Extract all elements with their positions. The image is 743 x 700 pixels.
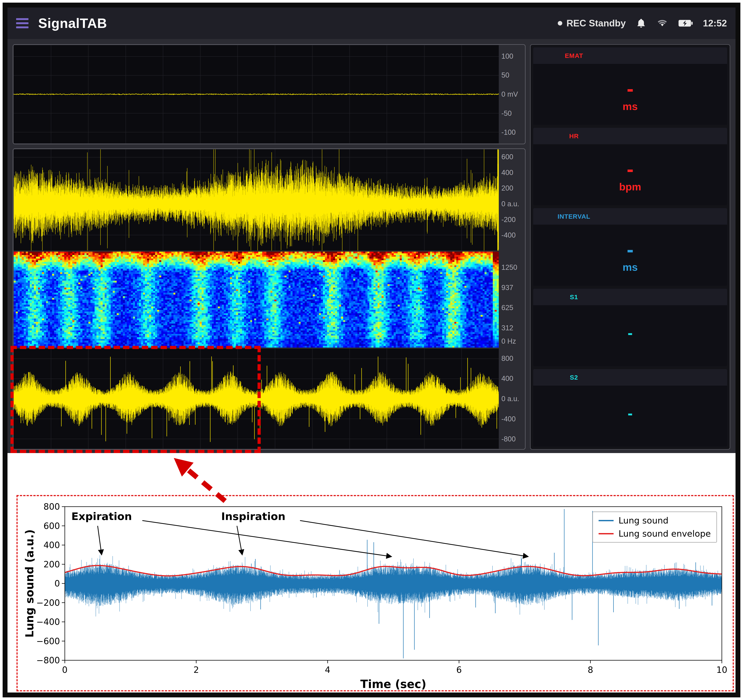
y-tick-label: 0 a.u.	[502, 395, 519, 403]
spectrogram-canvas	[14, 252, 499, 347]
y-tick-label: −800	[18, 655, 60, 665]
metric-value: -	[628, 404, 633, 422]
y-tick-label: -100	[502, 128, 516, 136]
y-tick-label: 0 mV	[502, 90, 518, 98]
metric-card-s1: S1 -	[533, 289, 727, 366]
x-tick-label: 10	[716, 665, 727, 675]
metric-unit: ms	[623, 261, 638, 273]
y-tick-label: 200	[18, 559, 60, 569]
x-tick-label: 6	[456, 665, 462, 675]
metric-value: -	[627, 157, 633, 181]
y-tick-label: 0	[18, 578, 60, 589]
x-tick-label: 4	[325, 665, 330, 675]
y-tick-label: 50	[502, 71, 509, 79]
y-tick-label: 200	[502, 184, 513, 192]
rec-status: REC Standby	[558, 18, 626, 29]
y-tick-label: −600	[18, 636, 60, 646]
y-tick-label: -800	[502, 435, 516, 443]
clock: 12:52	[703, 18, 727, 29]
metric-value: -	[627, 237, 633, 261]
metric-label-tab: HR	[533, 128, 727, 144]
legend-label: Lung sound	[619, 515, 669, 526]
metric-label: HR	[569, 132, 579, 140]
metric-label: S1	[570, 293, 578, 301]
metric-label: INTERVAL	[558, 213, 591, 220]
y-tick-label: -400	[502, 415, 516, 423]
x-tick-label: 0	[62, 665, 67, 675]
metric-unit: ms	[623, 100, 638, 113]
annotation-text: Inspiration	[221, 510, 286, 522]
bell-icon	[636, 18, 646, 28]
ecg-waveform-canvas	[14, 45, 499, 143]
legend-entry: Lung sound	[599, 515, 711, 526]
legend: Lung soundLung sound envelope	[592, 512, 717, 543]
metric-card-hr: HR - bpm	[533, 128, 727, 205]
heart-sound-canvas	[14, 149, 499, 251]
metric-card-emat: EMAT - ms	[533, 47, 727, 125]
metric-card-s2: S2 -	[533, 369, 727, 446]
metric-label-tab: S1	[533, 289, 727, 305]
y-tick-label: 400	[502, 375, 513, 383]
battery-charging-icon	[678, 19, 693, 28]
status-bar: REC Standby 12:52	[558, 18, 727, 29]
x-tick-label: 8	[588, 665, 593, 675]
app-bar: SignalTAB REC Standby 12:52	[7, 7, 736, 39]
metric-unit: bpm	[619, 181, 641, 193]
highlight-rect	[10, 346, 261, 453]
y-tick-label: 400	[18, 540, 60, 550]
metric-value: -	[627, 76, 633, 100]
y-tick-label: 625	[502, 304, 513, 312]
annotation-text: Expiration	[71, 510, 132, 522]
legend-entry: Lung sound envelope	[599, 529, 711, 539]
metric-value: -	[628, 324, 633, 341]
y-tick-label: 1250	[502, 264, 517, 271]
zoom-arrow	[165, 455, 232, 504]
y-tick-label: −400	[18, 617, 60, 627]
y-tick-label: -50	[502, 109, 512, 117]
legend-swatch	[599, 533, 614, 534]
app-title: SignalTAB	[38, 16, 107, 31]
y-tick-label: −200	[18, 598, 60, 608]
y-tick-label: -400	[502, 231, 516, 239]
metric-label-tab: INTERVAL	[533, 208, 727, 225]
metric-label-tab: S2	[533, 369, 727, 386]
y-tick-label: 800	[18, 501, 60, 512]
legend-swatch	[599, 520, 614, 521]
app-window: SignalTAB REC Standby 12:52 100500 mV-50…	[7, 7, 736, 453]
ecg-plot: 100500 mV-50-100	[13, 45, 525, 144]
y-tick-label: 100	[502, 52, 513, 60]
y-tick-label: 937	[502, 283, 513, 292]
y-tick-label: 400	[502, 168, 513, 176]
y-tick-label: 800	[502, 354, 513, 362]
y-tick-label: -200	[502, 215, 516, 224]
spectrogram-plot: 12509376253120 Hz	[13, 251, 525, 348]
y-tick-label: 312	[502, 324, 513, 332]
metrics-panel: EMAT - ms HR - bpm INTERVAL - ms S1 - S2	[530, 44, 730, 450]
figure-frame: SignalTAB REC Standby 12:52 100500 mV-50…	[3, 3, 740, 697]
ecg-axis-gutter: 100500 mV-50-100	[499, 45, 525, 144]
x-tick-label: 2	[194, 665, 199, 675]
heart-sound-plot: 6004002000 a.u.-200-400	[13, 149, 525, 251]
spectrogram-axis-gutter: 12509376253120 Hz	[499, 251, 525, 348]
y-tick-label: 600	[18, 521, 60, 531]
rec-status-label: REC Standby	[566, 18, 626, 29]
wifi-icon	[656, 18, 668, 28]
ecg-plot-panel: 100500 mV-50-100	[13, 44, 525, 144]
metric-label-tab: EMAT	[533, 47, 727, 64]
lung-sound-figure: Lung sound (a.u.) Time (sec) 80060040020…	[16, 495, 734, 691]
y-tick-label: 0 Hz	[502, 337, 516, 345]
heart-axis-gutter: 6004002000 a.u.-200-400	[499, 149, 525, 251]
record-dot-icon	[558, 21, 562, 25]
y-tick-label: 0 a.u.	[502, 200, 519, 208]
y-tick-label: 600	[502, 153, 513, 161]
x-axis-label: Time (sec)	[360, 678, 426, 691]
metric-label: EMAT	[565, 52, 583, 59]
legend-label: Lung sound envelope	[619, 529, 711, 539]
lung-axis-gutter: 8004000 a.u.-400-800	[499, 348, 525, 449]
metric-card-interval: INTERVAL - ms	[533, 208, 727, 286]
menu-icon[interactable]	[16, 18, 28, 28]
metric-label: S2	[570, 374, 578, 381]
